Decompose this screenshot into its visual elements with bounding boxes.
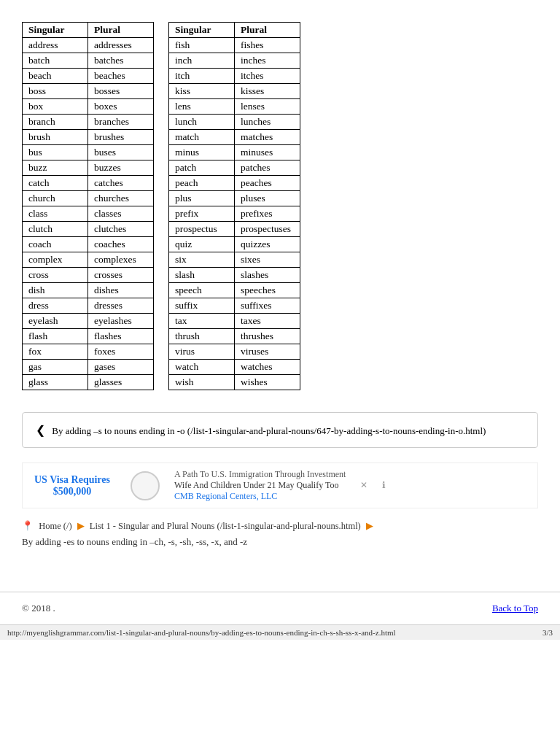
table-row: catchcatches [23, 176, 154, 191]
table-row: eyelasheyelashes [23, 314, 154, 329]
table-cell: batch [23, 53, 88, 69]
table-row: kisskisses [169, 84, 300, 99]
table-row: brushbrushes [23, 130, 154, 145]
table-cell: box [23, 99, 88, 115]
ad-divider-icon [131, 471, 160, 500]
footer: © 2018 . Back to Top [0, 592, 560, 624]
table-cell: itch [169, 69, 235, 84]
table-cell: fox [23, 344, 88, 360]
noun-table-1: Singular Plural addressaddressesbatchbat… [22, 22, 154, 390]
table-row: prefixprefixes [169, 206, 300, 222]
table-cell: tax [169, 314, 235, 329]
table2-plural-header: Plural [235, 23, 300, 38]
table-cell: inches [235, 53, 300, 69]
table1-plural-header: Plural [88, 23, 154, 38]
noun-table-2: Singular Plural fishfishesinchinchesitch… [168, 22, 300, 390]
table-cell: class [23, 206, 88, 222]
table-cell: catches [88, 176, 154, 191]
table-cell: gas [23, 360, 88, 375]
table-cell: dish [23, 283, 88, 298]
table-cell: prefix [169, 206, 235, 222]
breadcrumb-home[interactable]: Home (/) [39, 521, 71, 531]
table-cell: dresses [88, 298, 154, 314]
table-cell: brushes [88, 130, 154, 145]
table-row: fishfishes [169, 38, 300, 53]
ad-section: US Visa Requires $500,000 A Path To U.S.… [22, 462, 538, 508]
table-cell: address [23, 38, 88, 53]
ad-sub: Wife And Children Under 21 May Qualify T… [174, 480, 346, 491]
table-cell: complexes [88, 252, 154, 268]
table-cell: lunches [235, 115, 300, 130]
table-row: patchpatches [169, 160, 300, 176]
status-page: 3/3 [542, 628, 553, 637]
table-cell: coach [23, 237, 88, 252]
table-row: dressdresses [23, 298, 154, 314]
table-cell: taxes [235, 314, 300, 329]
table-row: crosscrosses [23, 268, 154, 283]
tables-area: Singular Plural addressaddressesbatchbat… [22, 22, 538, 390]
table-row: beachbeaches [23, 69, 154, 84]
table-cell: peach [169, 176, 235, 191]
table-cell: kiss [169, 84, 235, 99]
table-cell: wishes [235, 375, 300, 390]
table-cell: fishes [235, 38, 300, 53]
table-cell: slashes [235, 268, 300, 283]
table-cell: minus [169, 145, 235, 160]
ad-info-icon[interactable]: ℹ [382, 480, 386, 491]
breadcrumb-list[interactable]: List 1 - Singular and Plural Nouns (/lis… [90, 521, 361, 531]
table-cell: quizzes [235, 237, 300, 252]
table-cell: inch [169, 53, 235, 69]
table-cell: buzz [23, 160, 88, 176]
table-row: virusviruses [169, 344, 300, 360]
table-cell: crosses [88, 268, 154, 283]
main-content: Singular Plural addressaddressesbatchbat… [0, 0, 560, 570]
table-row: taxtaxes [169, 314, 300, 329]
ad-left: US Visa Requires $500,000 [28, 474, 116, 498]
table-cell: kisses [235, 84, 300, 99]
table-cell: quiz [169, 237, 235, 252]
breadcrumb: 📍 Home (/) ▶ List 1 - Singular and Plura… [22, 520, 538, 532]
table1-singular-header: Singular [23, 23, 88, 38]
table-cell: bosses [88, 84, 154, 99]
back-to-top-link[interactable]: Back to Top [492, 603, 538, 614]
ad-source: CMB Regional Centers, LLC [174, 491, 346, 502]
table-cell: patch [169, 160, 235, 176]
page-subtitle: By adding -es to nouns ending in –ch, -s… [22, 536, 538, 548]
table-row: matchmatches [169, 130, 300, 145]
table-cell: virus [169, 344, 235, 360]
table-cell: catch [23, 176, 88, 191]
table2-singular-header: Singular [169, 23, 235, 38]
table-row: thrushthrushes [169, 329, 300, 344]
nav-box[interactable]: ❮ By adding –s to nouns ending in -o (/l… [22, 412, 538, 448]
table-cell: clutches [88, 222, 154, 237]
status-url: http://myenglishgrammar.com/list-1-singu… [7, 628, 396, 637]
table-row: wishwishes [169, 375, 300, 390]
table-cell: fish [169, 38, 235, 53]
table-cell: suffixes [235, 298, 300, 314]
table-cell: patches [235, 160, 300, 176]
table-cell: matches [235, 130, 300, 145]
ad-close-icon[interactable]: ✕ [360, 480, 368, 491]
table-row: prospectusprospectuses [169, 222, 300, 237]
table-row: peachpeaches [169, 176, 300, 191]
table-row: sixsixes [169, 252, 300, 268]
table-cell: church [23, 191, 88, 206]
table-cell: addresses [88, 38, 154, 53]
table-cell: boss [23, 84, 88, 99]
table-cell: batches [88, 53, 154, 69]
table-cell: prospectuses [235, 222, 300, 237]
table-row: watchwatches [169, 360, 300, 375]
ad-title: A Path To U.S. Immigration Through Inves… [174, 469, 346, 480]
table-cell: speeches [235, 283, 300, 298]
table-cell: eyelash [23, 314, 88, 329]
table-row: lenslenses [169, 99, 300, 115]
table-cell: coaches [88, 237, 154, 252]
table-row: boxboxes [23, 99, 154, 115]
nav-link[interactable]: By adding –s to nouns ending in -o (/lis… [52, 425, 486, 436]
table-cell: brush [23, 130, 88, 145]
table-cell: six [169, 252, 235, 268]
table-cell: thrushes [235, 329, 300, 344]
table-row: classclasses [23, 206, 154, 222]
table-row: bossbosses [23, 84, 154, 99]
status-bar: http://myenglishgrammar.com/list-1-singu… [0, 624, 560, 640]
